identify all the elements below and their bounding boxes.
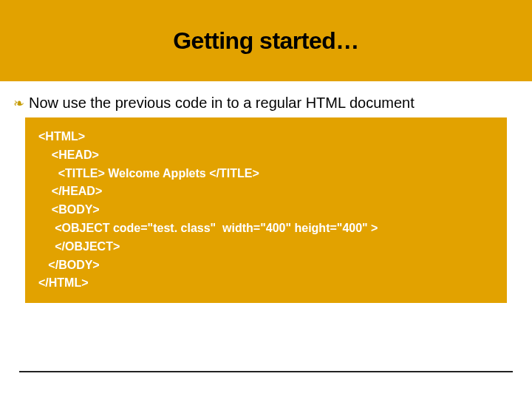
code-line: <HTML>: [38, 128, 497, 146]
code-line: <HEAD>: [38, 146, 497, 165]
bullet-row: ❧ Now use the previous code in to a regu…: [0, 81, 532, 116]
code-line: </OBJECT>: [38, 238, 497, 256]
code-line: <BODY>: [38, 201, 497, 219]
bullet-icon: ❧: [13, 97, 24, 110]
slide-title: Getting started…: [173, 27, 359, 55]
code-line: <TITLE> Welcome Applets </TITLE>: [38, 165, 497, 183]
code-line: </BODY>: [38, 256, 497, 275]
code-line: <OBJECT code="test. class" width="400" h…: [38, 219, 497, 238]
footer-divider: [19, 371, 513, 372]
code-line: </HEAD>: [38, 183, 497, 201]
bullet-text: Now use the previous code in to a regula…: [29, 95, 415, 112]
slide-header: Getting started…: [0, 0, 532, 81]
code-line: </HTML>: [38, 274, 497, 293]
code-block: <HTML> <HEAD> <TITLE> Welcome Applets </…: [25, 117, 507, 303]
